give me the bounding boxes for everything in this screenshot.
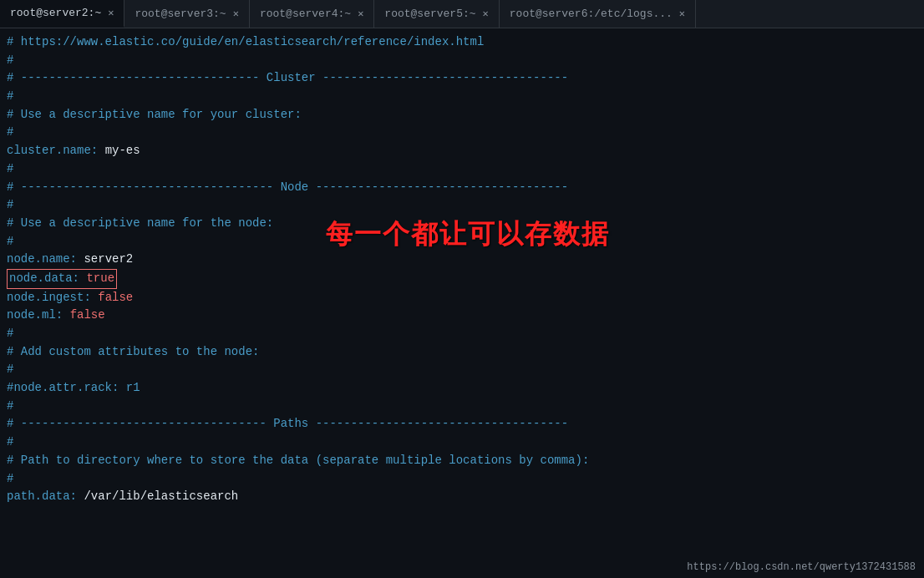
- tab-server5[interactable]: root@server5:~ ✕: [374, 0, 499, 28]
- tab-server5-close[interactable]: ✕: [483, 8, 489, 20]
- line-19: #: [7, 361, 917, 379]
- tab-server3[interactable]: root@server3:~ ✕: [124, 0, 249, 28]
- line-4: #: [7, 88, 917, 106]
- tab-server3-close[interactable]: ✕: [233, 8, 239, 20]
- line-3: # ---------------------------------- Clu…: [7, 69, 917, 88]
- line-10: #: [7, 196, 917, 215]
- tab-server4[interactable]: root@server4:~ ✕: [250, 0, 374, 28]
- line-5: # Use a descriptive name for your cluste…: [7, 106, 917, 124]
- tab-server6-label: root@server6:/etc/logs...: [510, 8, 673, 20]
- line-15: node.ingest: false: [7, 289, 917, 307]
- tab-server3-label: root@server3:~: [135, 8, 226, 20]
- tab-server4-close[interactable]: ✕: [358, 8, 363, 20]
- tab-server2[interactable]: root@server2:~ ✕: [0, 0, 124, 28]
- tab-server6[interactable]: root@server6:/etc/logs... ✕: [500, 0, 696, 28]
- annotation-text: 每一个都让可以存数据: [326, 216, 610, 253]
- line-7: cluster.name: my-es: [7, 142, 917, 160]
- line-20: #node.attr.rack: r1: [7, 379, 917, 398]
- line-24: # Path to directory where to store the d…: [7, 452, 917, 470]
- line-16: node.ml: false: [7, 307, 917, 325]
- line-22: # ----------------------------------- Pa…: [7, 415, 917, 434]
- line-1: # https://www.elastic.co/guide/en/elasti…: [7, 33, 917, 52]
- line-13: node.name: server2: [7, 251, 917, 269]
- line-18: # Add custom attributes to the node:: [7, 343, 917, 362]
- line-17: #: [7, 325, 917, 343]
- line-8: #: [7, 160, 917, 179]
- line-23: #: [7, 434, 917, 452]
- line-9: # ------------------------------------ N…: [7, 179, 917, 197]
- line-14: node.data: true: [7, 269, 917, 289]
- tab-bar: root@server2:~ ✕ root@server3:~ ✕ root@s…: [0, 0, 924, 28]
- line-2: #: [7, 52, 917, 70]
- tab-server4-label: root@server4:~: [260, 8, 351, 20]
- tab-server6-close[interactable]: ✕: [679, 8, 685, 20]
- tab-server5-label: root@server5:~: [384, 8, 475, 20]
- tab-server2-close[interactable]: ✕: [108, 7, 114, 19]
- terminal-content: # https://www.elastic.co/guide/en/elasti…: [0, 28, 924, 578]
- line-25: #: [7, 470, 917, 489]
- line-21: #: [7, 398, 917, 416]
- line-6: #: [7, 124, 917, 142]
- tab-server2-label: root@server2:~: [10, 7, 101, 19]
- watermark: https://blog.csdn.net/qwerty1372431588: [687, 561, 916, 573]
- line-26: path.data: /var/lib/elasticsearch: [7, 488, 917, 506]
